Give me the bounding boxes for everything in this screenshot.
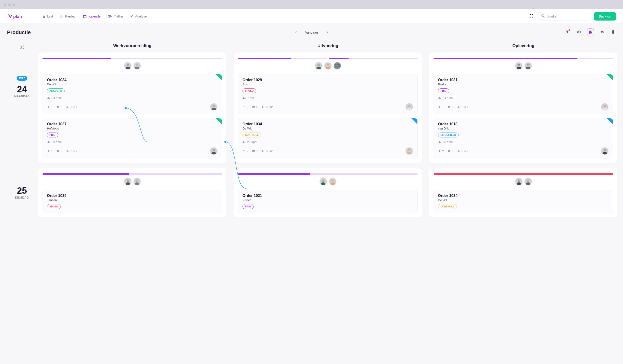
column-oplevering: Oplevering Order 1031 Bakker PRIO 24 apr…	[429, 41, 617, 223]
svg-point-33	[67, 106, 68, 107]
svg-rect-38	[48, 141, 49, 142]
svg-rect-14	[109, 16, 112, 17]
stat-comments: 6	[57, 105, 62, 109]
card-corner-indicator	[607, 74, 613, 80]
svg-point-71	[330, 182, 335, 185]
shuffle-icon[interactable]	[6, 44, 38, 53]
svg-rect-37	[48, 142, 48, 142]
nav-tijdlijn[interactable]: Tijdlijn	[108, 15, 123, 18]
resource-icon[interactable]	[610, 29, 616, 36]
avatar[interactable]	[333, 62, 341, 70]
svg-point-28	[135, 67, 139, 69]
tag-prio: PRIO	[438, 88, 449, 93]
board: W17 24 MAANDAG 25 DINSDAG Werkvoorbereid…	[0, 39, 623, 230]
column-werkvoorbereiding: Werkvoorbereiding Order 1034 De Wit AKKO…	[38, 41, 226, 223]
svg-point-75	[526, 67, 530, 69]
day-section: Order 1029 Bos SPOED 7 mei 2 5 2 uur Ord…	[234, 53, 422, 163]
svg-point-59	[408, 105, 411, 107]
assignee-avatar[interactable]	[210, 147, 218, 155]
avatar[interactable]	[515, 178, 523, 185]
card-date: 24 april	[438, 96, 609, 100]
avatar[interactable]	[515, 62, 523, 70]
stat-comments: 3	[57, 149, 62, 153]
next-day-arrow[interactable]	[325, 30, 329, 35]
svg-point-73	[516, 67, 521, 69]
card-corner-indicator	[216, 74, 222, 80]
card-title: Order 1029	[243, 78, 413, 82]
assignee-avatar[interactable]	[210, 103, 218, 111]
svg-rect-61	[243, 142, 246, 143]
svg-point-41	[213, 149, 215, 151]
svg-point-90	[517, 180, 520, 182]
avatar[interactable]	[524, 178, 532, 185]
avatar[interactable]	[319, 178, 327, 185]
svg-rect-29	[47, 99, 50, 99]
svg-point-50	[326, 67, 330, 69]
prev-day-arrow[interactable]	[294, 30, 298, 35]
puzzle-icon[interactable]	[587, 28, 594, 36]
avatar[interactable]	[133, 62, 141, 70]
svg-rect-85	[439, 141, 440, 142]
avatar[interactable]	[329, 178, 337, 185]
avatar[interactable]	[524, 62, 532, 70]
card-date: 7 mei	[243, 96, 413, 100]
order-card[interactable]: Order 1031 Bakker PRIO 24 april 1 6 2 uu…	[434, 74, 613, 114]
tag-prio: PRIO	[47, 133, 58, 138]
card-title: Order 1031	[438, 78, 609, 82]
svg-rect-56	[244, 97, 244, 99]
order-card[interactable]: Order 1021 Visser PRIO	[238, 190, 418, 213]
users-icon[interactable]	[599, 29, 606, 36]
column-header: Uitvoering	[234, 41, 422, 53]
avatar[interactable]	[124, 178, 132, 185]
nav-label: Tijdlijn	[114, 15, 123, 18]
backlog-button[interactable]: Backlog	[594, 12, 616, 20]
assignee-avatar[interactable]	[405, 103, 413, 111]
stat-time: 2 uur	[457, 105, 468, 109]
filter-icon[interactable]	[564, 29, 571, 36]
svg-point-24	[613, 33, 613, 33]
stat-comments: 1	[252, 149, 258, 153]
today-label[interactable]: Vandaag	[305, 31, 318, 34]
calendar-icon	[83, 15, 87, 18]
column-uitvoering: Uitvoering Order 1029 Bos SPOED 7 mei	[234, 41, 422, 223]
svg-rect-12	[85, 15, 86, 15]
order-card[interactable]: Order 1018 van Dijk UITGESTELD 28 april …	[434, 118, 613, 159]
assignee-avatar[interactable]	[405, 147, 413, 155]
assignee-avatar[interactable]	[601, 147, 609, 155]
card-customer: Bos	[243, 82, 413, 86]
avatar[interactable]	[324, 62, 332, 70]
eye-icon[interactable]	[575, 29, 582, 36]
svg-point-92	[527, 180, 529, 182]
stat-comments: 5	[447, 149, 453, 153]
avatar[interactable]	[133, 178, 141, 185]
order-card[interactable]: Order 1034 De Wit AKKOORD 24 april 1 6 3…	[43, 74, 222, 114]
card-customer: De Wit	[438, 198, 609, 202]
expand-icon[interactable]	[530, 14, 533, 19]
order-card[interactable]: Order 1037 Hofstede PRIO 29 april 1 3 2 …	[43, 118, 222, 159]
nav-kalender[interactable]: Kalender	[83, 15, 102, 18]
svg-point-80	[458, 106, 459, 107]
nav-analyse[interactable]: Analyse	[129, 15, 147, 18]
svg-point-48	[316, 67, 321, 69]
nav: Lijst Kanban Kalender Tijdlijn Analyse	[42, 15, 147, 18]
nav-lijst[interactable]: Lijst	[42, 15, 53, 18]
stat-time: 3 uur	[262, 149, 273, 153]
order-card[interactable]: Order 1039 Jansen SPOED	[43, 190, 222, 213]
order-card[interactable]: Order 1029 Bos SPOED 7 mei 2 5 2 uur	[238, 74, 418, 114]
svg-point-22	[613, 31, 613, 31]
svg-rect-64	[245, 142, 245, 142]
assignee-avatar[interactable]	[601, 103, 609, 111]
search-input[interactable]	[538, 12, 589, 21]
svg-point-45	[136, 180, 138, 182]
order-card[interactable]: Order 1034 De Wit CONTROLE 26 april 2 1 …	[238, 118, 418, 159]
avatar[interactable]	[124, 62, 132, 70]
nav-kanban[interactable]: Kanban	[60, 15, 76, 18]
avatar[interactable]	[315, 62, 323, 70]
card-title: Order 1034	[438, 194, 609, 198]
order-card[interactable]: Order 1034 De Wit CONTROLE	[434, 190, 613, 213]
svg-rect-84	[439, 142, 439, 142]
card-corner-indicator	[216, 118, 222, 124]
day-section: Order 1034 De Wit CONTROLE	[429, 168, 617, 217]
svg-rect-13	[108, 15, 111, 16]
stat-uploads: 2	[243, 149, 248, 153]
